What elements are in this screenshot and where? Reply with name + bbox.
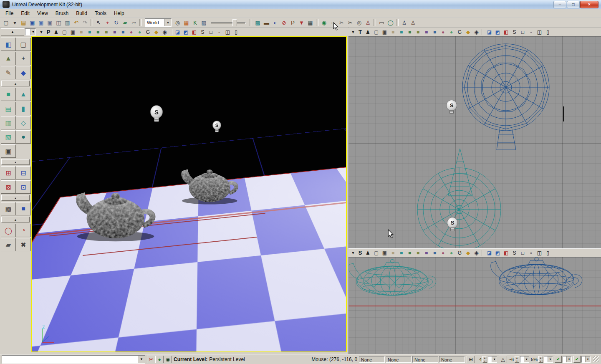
cube-brush-button[interactable]: ■ — [1, 88, 16, 101]
add-volume-button[interactable]: ◯ — [1, 224, 16, 237]
wireframe-mode-icon[interactable]: ▣ — [381, 28, 389, 35]
uniform-scale-icon[interactable]: ▱ — [129, 18, 138, 27]
separator[interactable] — [139, 19, 142, 26]
perspective-camera-icon[interactable]: ◪ — [174, 28, 182, 35]
shader-complexity-mode-icon[interactable]: ● — [439, 249, 447, 256]
light-bulb-icon[interactable]: S — [212, 121, 221, 130]
menu-help[interactable]: Help — [110, 10, 128, 17]
top-camera-icon[interactable]: ◩ — [182, 28, 190, 35]
split-viewport-icon[interactable]: ◫ — [535, 249, 543, 256]
lock-viewport-icon[interactable]: ◆ — [464, 28, 472, 35]
detail-lighting-mode-icon[interactable]: ■ — [94, 28, 102, 35]
lightmap-density-mode-icon[interactable]: ● — [136, 28, 144, 35]
maximize-viewport-icon[interactable]: □ — [519, 249, 527, 256]
combo-arrow-icon[interactable]: ▼ — [524, 356, 529, 362]
translate-tool-icon[interactable]: + — [103, 18, 112, 27]
wireframe-teapot-teal-side[interactable] — [348, 258, 440, 298]
maximize-viewport-icon[interactable]: □ — [519, 28, 527, 35]
scissors-status-icon[interactable]: ✂ — [147, 356, 155, 363]
build-geometry-icon[interactable]: ⊘ — [280, 18, 288, 27]
csg-add-button[interactable]: ⊞ — [1, 166, 16, 179]
game-view-icon[interactable]: G — [144, 28, 152, 35]
separator[interactable] — [91, 19, 93, 26]
viewport-type-label-perspective[interactable]: P — [45, 29, 52, 35]
fullscreen-icon[interactable]: ▭ — [377, 18, 386, 27]
palette-separator[interactable]: ▲ — [1, 195, 30, 201]
shader-complexity-mode-icon[interactable]: ● — [439, 28, 447, 35]
palette-separator[interactable]: ▲ — [1, 81, 30, 86]
separator[interactable] — [316, 19, 318, 26]
lit-mode-icon[interactable]: ■ — [397, 28, 405, 35]
static-mesh-mode-button[interactable]: ◆ — [16, 66, 31, 79]
texture-density-mode-icon[interactable]: ■ — [119, 28, 127, 35]
stone-teapot-left[interactable] — [65, 182, 165, 243]
menu-edit[interactable]: Edit — [17, 10, 33, 17]
perspective-scene[interactable]: S S Z — [32, 37, 346, 351]
camera-speed-slider[interactable] — [211, 19, 246, 26]
viewport-options-arrow[interactable]: ▼ — [38, 30, 45, 34]
brush-wireframe-mode-icon[interactable]: ▢ — [372, 28, 380, 35]
add-actor-icon[interactable]: ♙ — [364, 18, 372, 27]
wireframe-mode-icon[interactable]: ▣ — [69, 28, 77, 35]
add-special-brush-button[interactable]: ◔ — [16, 224, 31, 237]
csg-intersect-button[interactable]: ⊠ — [1, 180, 16, 194]
camera-mode-button[interactable]: ◧ — [1, 38, 16, 51]
menu-view[interactable]: View — [33, 10, 52, 17]
terrain-mode-button[interactable]: ▲ — [1, 52, 16, 65]
light-bulb-icon[interactable]: S — [150, 105, 163, 119]
force-save-icon[interactable]: ▣ — [45, 18, 54, 27]
brush-wireframe-mode-icon[interactable]: ▢ — [372, 249, 380, 256]
redo-icon[interactable]: ↷ — [81, 18, 89, 27]
show-flags-eye-icon[interactable]: ◉ — [161, 28, 169, 35]
float-viewport-icon[interactable]: ▯ — [544, 249, 552, 256]
viewport-top[interactable]: S S — [348, 36, 601, 248]
open-level-icon[interactable]: ▤ — [19, 18, 28, 27]
lighting-only-mode-icon[interactable]: ■ — [414, 249, 422, 256]
viewport-type-label-side[interactable]: S — [357, 250, 364, 256]
status-check-combo[interactable]: ▼ — [581, 356, 591, 363]
restore-viewport-icon[interactable]: ▫ — [527, 28, 535, 35]
undo-icon[interactable]: ↶ — [72, 18, 81, 27]
realtime-toggle-icon[interactable]: ♟ — [364, 249, 372, 256]
autosave-combo[interactable]: ▼ — [563, 356, 572, 363]
realtime-toggle-icon[interactable]: ♟ — [52, 28, 60, 35]
play-on-console-icon[interactable]: ♙ — [409, 18, 417, 27]
stairs-brush-button[interactable]: ▤ — [1, 102, 16, 115]
separator[interactable] — [482, 250, 484, 256]
stone-teapot-right[interactable] — [173, 162, 245, 206]
csg-subtract-button[interactable]: ⊟ — [16, 166, 31, 179]
viewport-options-arrow[interactable]: ▼ — [350, 251, 356, 255]
paste-icon[interactable]: ▥ — [63, 18, 72, 27]
spiral-stairs-brush-button[interactable]: ▧ — [1, 130, 16, 144]
build-cover-icon[interactable]: ▼ — [297, 18, 306, 27]
cone-brush-button[interactable]: ▲ — [16, 88, 31, 101]
curved-stairs-brush-button[interactable]: ▥ — [1, 116, 16, 129]
spin-up-icon[interactable]: ▴ — [538, 356, 543, 359]
perspective-camera-icon[interactable]: ◪ — [485, 249, 493, 256]
selection-info-field[interactable]: None — [359, 356, 385, 363]
cylinder-brush-button[interactable]: ▮ — [16, 102, 31, 115]
palette-separator[interactable]: ▲ — [1, 159, 30, 165]
unlit-mode-icon[interactable]: ■ — [389, 28, 397, 35]
wireframe-teapot-teal-top[interactable] — [409, 146, 509, 248]
unreal-frontend-icon[interactable]: ▧ — [199, 18, 208, 27]
restore-viewport-icon[interactable]: ▫ — [215, 28, 223, 35]
menu-file[interactable]: File — [2, 10, 17, 17]
light-actor[interactable]: S — [212, 121, 221, 132]
rotation-grid-icon[interactable]: △ — [499, 356, 507, 363]
split-viewport-icon[interactable]: ◫ — [535, 28, 543, 35]
hide-selected-button[interactable]: ■ — [16, 202, 31, 215]
detail-lighting-mode-icon[interactable]: ■ — [406, 28, 414, 35]
lock-selected-icon[interactable]: S — [199, 28, 207, 35]
no-brush-button[interactable]: ✖ — [16, 238, 31, 251]
drop-camera-icon[interactable]: ◧ — [502, 28, 510, 35]
save-all-icon[interactable]: ▣ — [37, 18, 45, 27]
volumetric-brush-button[interactable]: ▣ — [1, 144, 16, 158]
select-tool-icon[interactable]: ↖ — [94, 18, 103, 27]
light-actor[interactable]: S — [447, 217, 458, 231]
light-actor[interactable]: S — [446, 100, 457, 114]
maximize-button[interactable]: □ — [567, 1, 580, 8]
float-viewport-icon[interactable]: ▯ — [232, 28, 240, 35]
lock-viewport-icon[interactable]: ◆ — [152, 28, 160, 35]
palette-scroll-up-button[interactable]: ▲ — [1, 28, 24, 35]
